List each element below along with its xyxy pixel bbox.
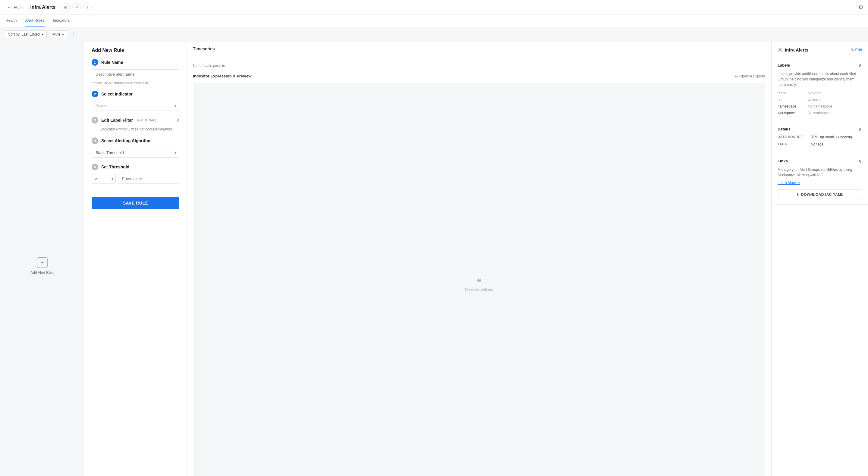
rule-name-hint: Please use 63 characters at maximum. <box>92 81 179 85</box>
step-5-number: 5 <box>92 164 98 170</box>
back-arrow-icon: ← <box>7 5 11 9</box>
label-row-namespace: namespace No namespace <box>778 104 862 108</box>
tab-health[interactable]: Health <box>5 14 18 27</box>
tab-indicators[interactable]: Indicators <box>52 14 70 27</box>
label-row-tier: tier Untiered <box>778 98 862 102</box>
step-3-header: 3 Edit Label Filter (OPTIONAL) ∨ <box>92 117 179 124</box>
infra-icon: ◎ <box>778 46 782 53</box>
no-rules-area: ≡ No rules defined <box>193 83 765 476</box>
detail-row-datasource: DATA SOURCE RPI - ap-south-1 (system) <box>778 135 862 139</box>
step-label-filter: 3 Edit Label Filter (OPTIONAL) ∨ Indicat… <box>92 117 179 131</box>
details-section-header: Details ∧ <box>778 126 862 132</box>
step-alerting-algorithm: 4 Select Alerting Algorithm Static Thres… <box>92 137 179 158</box>
mute-dropdown[interactable]: Mute ▾ <box>49 30 67 38</box>
download-icon-button[interactable]: ↓ <box>83 3 92 11</box>
timeseries-label: No. of evals per min <box>187 61 771 70</box>
threshold-row: > < ≥ ≤ <box>92 174 179 184</box>
detail-row-tags: TAGS No tags <box>778 142 862 147</box>
step-3-expand-icon[interactable]: ∨ <box>176 118 179 123</box>
download-yaml-label: DOWNLOAD IAC YAML <box>801 192 844 197</box>
settings-icon[interactable]: ⚙ <box>858 4 863 10</box>
links-section: Links ∨ Manage your Alert Groups via Git… <box>772 154 868 204</box>
right-panel-title: Infra Alerts <box>785 47 809 53</box>
mute-chevron-icon: ▾ <box>62 32 64 36</box>
timeseries-title: Timeseries <box>193 46 765 51</box>
edit-label: Edit <box>855 47 862 52</box>
no-rules-text: No rules defined <box>465 287 493 292</box>
sort-label: Sort by: Last Edited <box>8 32 40 36</box>
links-toggle-button[interactable]: ∨ <box>858 158 862 164</box>
indicator-select-wrapper: Select <box>92 101 179 111</box>
back-button[interactable]: ← BACK <box>5 4 25 10</box>
step-1-header: 1 Rule Name <box>92 59 179 66</box>
label-filter-content: Indicator PromQL does not contain variab… <box>92 127 179 131</box>
step-3-title: Edit Label Filter <box>101 118 133 123</box>
download-iac-yaml-button[interactable]: ⬇ DOWNLOAD IAC YAML <box>778 189 862 200</box>
label-row-workspace: workspace No workspace <box>778 111 862 115</box>
details-list: DATA SOURCE RPI - ap-south-1 (system) TA… <box>778 135 862 147</box>
label-value-namespace: No namespace <box>808 104 832 108</box>
grid-icon-button[interactable]: ⊞ <box>61 3 70 11</box>
labels-list: team No team tier Untiered namespace No … <box>778 91 862 115</box>
detail-value-tags: No tags <box>811 142 823 147</box>
no-rules-icon: ≡ <box>477 276 481 285</box>
step-4-title: Select Alerting Algorithm <box>101 138 152 143</box>
open-explore-button[interactable]: ⚙ Open in Explore <box>735 74 765 78</box>
step-set-threshold: 5 Set Threshold > < ≥ ≤ <box>92 164 179 184</box>
more-options-button[interactable]: ⋮ <box>70 30 78 38</box>
tab-alert-rules[interactable]: Alert Rules <box>25 14 45 27</box>
add-alert-rule-button[interactable]: + Add Alert Rule <box>30 257 54 275</box>
step-4-number: 4 <box>92 137 98 144</box>
right-panel-title-row: ◎ Infra Alerts <box>778 46 809 53</box>
sort-dropdown[interactable]: Sort by: Last Edited ▾ <box>5 30 47 38</box>
links-section-header: Links ∨ <box>778 158 862 164</box>
form-panel: Add New Rule 1 Rule Name Please use 63 c… <box>84 41 187 476</box>
label-key-workspace: workspace <box>778 111 808 115</box>
top-nav: ← BACK Infra Alerts ⊞ P ↓ ⚙ <box>0 0 868 14</box>
main-layout: + Add Alert Rule Add New Rule 1 Rule Nam… <box>0 41 868 476</box>
algorithm-select-wrapper: Static Threshold <box>92 148 179 158</box>
step-3-optional: (OPTIONAL) <box>137 118 156 122</box>
labels-section-title: Labels <box>778 63 790 67</box>
labels-toggle-button[interactable]: ∧ <box>858 62 862 68</box>
label-key-namespace: namespace <box>778 104 808 108</box>
threshold-value-input[interactable] <box>118 174 179 184</box>
timeseries-panel: Timeseries -- No. of evals per min Indic… <box>187 41 772 476</box>
detail-value-datasource: RPI - ap-south-1 (system) <box>811 135 852 139</box>
controls-bar: Sort by: Last Edited ▾ Mute ▾ ⋮ <box>0 27 868 41</box>
labels-section-header: Labels ∧ <box>778 62 862 68</box>
edit-button[interactable]: ✎ Edit <box>851 47 862 52</box>
sort-chevron-icon: ▾ <box>41 32 43 36</box>
p-icon-button[interactable]: P <box>72 3 81 11</box>
label-value-workspace: No workspace <box>808 111 831 115</box>
left-panel: + Add Alert Rule <box>0 41 84 476</box>
save-rule-button[interactable]: SAVE RULE <box>92 197 179 209</box>
indicator-title: Indicator Expression & Preview <box>193 74 251 78</box>
detail-key-tags: TAGS <box>778 142 811 147</box>
mute-label: Mute <box>53 32 61 36</box>
step-5-title: Set Threshold <box>101 164 129 169</box>
form-title: Add New Rule <box>92 47 179 53</box>
step-2-title: Select Indicator <box>101 92 133 96</box>
details-toggle-button[interactable]: ∧ <box>858 126 862 132</box>
threshold-operator-select[interactable]: > < ≥ ≤ <box>92 174 116 184</box>
grid-icon: ⊞ <box>64 5 67 9</box>
step-5-header: 5 Set Threshold <box>92 164 179 170</box>
label-value-tier: Untiered <box>808 98 821 102</box>
label-value-team: No team <box>808 91 821 95</box>
learn-more-link[interactable]: Learn More ↗ <box>778 181 862 185</box>
timeseries-header: Timeseries -- <box>187 41 771 61</box>
download-icon: ↓ <box>87 5 88 9</box>
step-select-indicator: 2 Select Indicator Select <box>92 91 179 111</box>
rule-name-input[interactable] <box>92 69 179 79</box>
right-panel-header: ◎ Infra Alerts ✎ Edit <box>772 41 868 58</box>
indicator-select[interactable]: Select <box>92 101 179 111</box>
indicator-header: Indicator Expression & Preview ⚙ Open in… <box>193 74 765 78</box>
indicator-section: Indicator Expression & Preview ⚙ Open in… <box>187 70 771 83</box>
sub-nav: Health Alert Rules Indicators <box>0 14 868 27</box>
nav-icons: ⊞ P ↓ <box>61 3 92 11</box>
edit-pencil-icon: ✎ <box>851 47 854 52</box>
back-label: BACK <box>12 5 23 9</box>
algorithm-select[interactable]: Static Threshold <box>92 148 179 158</box>
add-alert-label: Add Alert Rule <box>30 271 54 275</box>
